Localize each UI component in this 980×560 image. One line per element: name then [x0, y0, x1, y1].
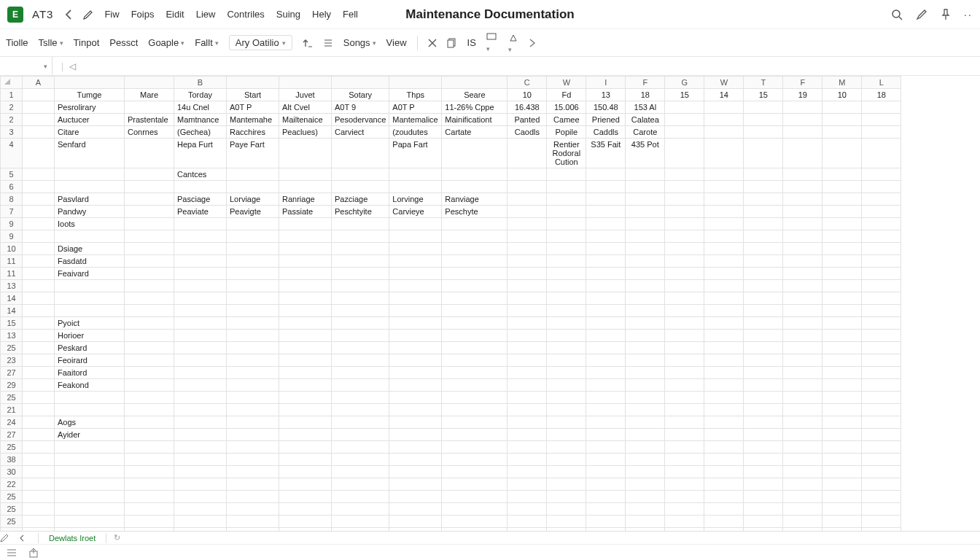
cell[interactable]: [332, 503, 389, 516]
cell[interactable]: 153 Al: [626, 101, 665, 114]
cell[interactable]: [23, 441, 55, 454]
cell[interactable]: [744, 126, 783, 139]
cell[interactable]: [626, 354, 665, 367]
cell[interactable]: [586, 292, 626, 305]
cell[interactable]: [626, 230, 665, 243]
cell[interactable]: [125, 379, 174, 392]
cell[interactable]: [227, 305, 279, 317]
row-header[interactable]: 22: [1, 478, 23, 491]
cell[interactable]: [279, 516, 332, 528]
cell[interactable]: [227, 230, 279, 243]
cell[interactable]: [125, 528, 174, 532]
cell[interactable]: [174, 404, 227, 416]
cell[interactable]: [279, 230, 332, 243]
cell[interactable]: [23, 255, 55, 268]
cell[interactable]: [862, 342, 901, 354]
cell[interactable]: Feakond: [55, 379, 125, 392]
cell[interactable]: [279, 354, 332, 367]
column-header[interactable]: L: [862, 77, 901, 89]
cell[interactable]: [508, 367, 547, 379]
cell[interactable]: [332, 454, 389, 466]
cell[interactable]: 15.006: [547, 101, 586, 114]
cell[interactable]: [332, 404, 389, 416]
cell[interactable]: [783, 491, 822, 503]
menu-fell[interactable]: Fell: [343, 9, 358, 20]
cell[interactable]: [862, 516, 901, 528]
cell[interactable]: [586, 268, 626, 280]
cell[interactable]: [55, 280, 125, 292]
cell[interactable]: Carote: [626, 126, 665, 139]
cell[interactable]: [23, 330, 55, 342]
cell[interactable]: [744, 255, 783, 268]
cell[interactable]: [332, 392, 389, 404]
cell[interactable]: [332, 181, 389, 193]
cell[interactable]: [744, 454, 783, 466]
cell[interactable]: [744, 392, 783, 404]
cell[interactable]: 15: [665, 89, 704, 101]
cell[interactable]: [508, 379, 547, 392]
cell[interactable]: [332, 268, 389, 280]
cell[interactable]: [125, 516, 174, 528]
cell[interactable]: [862, 491, 901, 503]
cell[interactable]: [862, 367, 901, 379]
cell[interactable]: [508, 268, 547, 280]
column-header[interactable]: [227, 77, 279, 89]
cell[interactable]: [586, 441, 626, 454]
cell[interactable]: [442, 292, 508, 305]
cell[interactable]: [822, 292, 862, 305]
cell[interactable]: [744, 139, 783, 168]
cell[interactable]: [55, 230, 125, 243]
cell[interactable]: [744, 441, 783, 454]
cell[interactable]: [783, 528, 822, 532]
cell[interactable]: [704, 330, 744, 342]
cell-reference-box[interactable]: ▾: [0, 57, 52, 75]
cell[interactable]: [547, 416, 586, 429]
cell[interactable]: [279, 528, 332, 532]
cell[interactable]: [125, 193, 174, 206]
cell[interactable]: [174, 528, 227, 532]
cell[interactable]: [125, 354, 174, 367]
cell[interactable]: [279, 454, 332, 466]
column-header[interactable]: I: [586, 77, 626, 89]
cell[interactable]: [125, 139, 174, 168]
row-header[interactable]: 13: [1, 280, 23, 292]
cell[interactable]: [783, 126, 822, 139]
cell[interactable]: Lorvinge: [389, 193, 442, 206]
row-header[interactable]: 21: [1, 404, 23, 416]
cell[interactable]: [862, 404, 901, 416]
cell[interactable]: [125, 218, 174, 230]
cell[interactable]: Fasdatd: [55, 255, 125, 268]
cell[interactable]: [55, 516, 125, 528]
cell[interactable]: [704, 503, 744, 516]
tb-view[interactable]: View: [386, 37, 407, 48]
cell[interactable]: [822, 101, 862, 114]
tb-fallt[interactable]: Fallt▾: [195, 37, 219, 48]
cell[interactable]: [626, 305, 665, 317]
cell[interactable]: [547, 503, 586, 516]
cell[interactable]: [125, 478, 174, 491]
cell[interactable]: [822, 491, 862, 503]
cell[interactable]: [442, 330, 508, 342]
cell[interactable]: [23, 280, 55, 292]
cell[interactable]: [704, 101, 744, 114]
cell[interactable]: [442, 392, 508, 404]
cell[interactable]: Seare: [442, 89, 508, 101]
cell[interactable]: [862, 416, 901, 429]
cell[interactable]: [626, 206, 665, 218]
cell[interactable]: [442, 441, 508, 454]
cell[interactable]: [626, 292, 665, 305]
cell[interactable]: [389, 292, 442, 305]
cell[interactable]: [389, 454, 442, 466]
cell[interactable]: [744, 230, 783, 243]
row-header[interactable]: 9: [1, 230, 23, 243]
cell[interactable]: [783, 305, 822, 317]
cell[interactable]: [862, 181, 901, 193]
cell[interactable]: [23, 139, 55, 168]
cell[interactable]: [862, 441, 901, 454]
cell[interactable]: [704, 491, 744, 503]
cell[interactable]: Start: [227, 89, 279, 101]
cell[interactable]: [822, 441, 862, 454]
cell[interactable]: [279, 466, 332, 478]
cell[interactable]: [665, 379, 704, 392]
cell[interactable]: [442, 139, 508, 168]
